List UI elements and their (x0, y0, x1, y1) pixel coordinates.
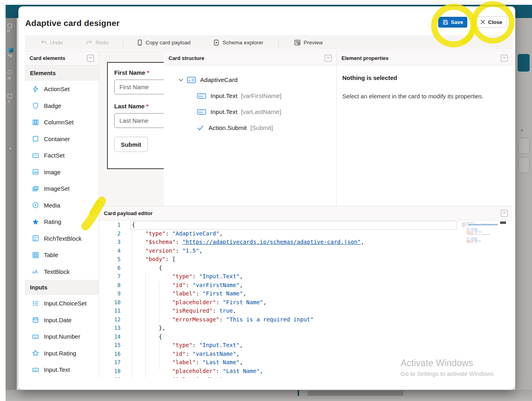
tree-node-label: AdaptiveCard (200, 76, 238, 84)
submit-preview-button[interactable]: Submit (114, 137, 148, 152)
collapse-card-elements-icon[interactable]: − (87, 55, 94, 62)
code-line-15[interactable]: 15 "type": "Input.Text", (99, 341, 512, 350)
code-line-10[interactable]: 10 "placeholder": "First Name", (99, 298, 512, 307)
code-line-13[interactable]: 13 }, (99, 324, 512, 333)
indent-guide (145, 273, 146, 378)
card-preview-canvas: First Name * First Name Last Name * Last… (99, 51, 164, 206)
preview-icon (294, 39, 301, 46)
palette-item-imageset[interactable]: ImageSet (25, 180, 99, 197)
card-structure-header: Card structure − (164, 51, 336, 66)
editor-minimap[interactable]: { "type": "AdaptiveCard", "$schema": "ht… (459, 221, 498, 243)
dialog-title: Adaptive card designer (25, 18, 120, 28)
code-line-6[interactable]: 6 { (99, 264, 512, 273)
code-line-7[interactable]: 7 "type": "Input.Text", (99, 272, 512, 281)
card-structure-panel: Card structure − AAdaptiveCardAbcInput.T… (164, 51, 337, 206)
tree-node-action.submit[interactable]: Action.Submit[Submit] (164, 120, 336, 136)
actionset-icon (32, 86, 39, 93)
palette-item-label: Input.Date (44, 317, 71, 323)
line-content: { (121, 333, 162, 341)
code-line-2[interactable]: 2 "type": "AdaptiveCard", (99, 229, 512, 238)
code-line-17[interactable]: 17 "label": "Last Name", (99, 358, 512, 367)
tree-node-input.text[interactable]: AbcInput.Text[varFirstName] (164, 88, 336, 104)
topics-icon (8, 94, 12, 98)
code-line-8[interactable]: 8 "id": "varFirstName", (99, 281, 512, 290)
code-line-5[interactable]: 5 "body": [ (99, 255, 512, 264)
palette-item-badge[interactable]: Badge (25, 98, 99, 114)
line-number: 18 (99, 367, 121, 376)
collapse-payload-editor-icon[interactable]: − (501, 210, 508, 217)
palette-item-label: ImageSet (44, 185, 69, 192)
schema-explorer-button[interactable]: Schema explorer (207, 35, 269, 50)
code-line-18[interactable]: 18 "placeholder": "Last Name", (99, 367, 512, 376)
save-button-label: Save (451, 19, 463, 25)
line-content: "$schema": "https://adaptivecards.io/sch… (121, 238, 364, 247)
svg-text:Abc: Abc (199, 111, 204, 114)
palette-item-label: Table (44, 251, 58, 258)
last-name-input[interactable]: Last Name (114, 113, 164, 128)
palette-item-image[interactable]: Image (25, 164, 99, 181)
line-number: 8 (99, 281, 121, 290)
preview-label: Preview (304, 40, 323, 46)
editor-scrollbar-thumb[interactable] (500, 221, 506, 224)
code-line-3[interactable]: 3 "$schema": "https://adaptivecards.io/s… (99, 238, 512, 247)
toolbar-divider (123, 39, 123, 47)
palette-item-columnset[interactable]: ColumnSet (25, 114, 99, 131)
chevron-down-icon[interactable] (175, 78, 187, 82)
agent-icon (9, 48, 13, 52)
redo-button[interactable]: Redo (80, 35, 114, 50)
adaptive-card-preview[interactable]: First Name * First Name Last Name * Last… (107, 62, 164, 169)
sidebar-fragment: H (7, 29, 10, 33)
save-button[interactable]: Save (438, 17, 467, 28)
palette-item-rating[interactable]: Rating (25, 213, 99, 230)
preview-button[interactable]: Preview (288, 35, 328, 50)
required-asterisk: * (147, 69, 149, 76)
date-icon (32, 316, 39, 323)
code-line-12[interactable]: 12 "errorMessage": "This is a required i… (99, 315, 512, 324)
palette-item-container[interactable]: Container (25, 131, 99, 148)
line-number: 1 (99, 221, 121, 229)
undo-button[interactable]: Undo (35, 35, 68, 50)
line-content: "body": [ (121, 255, 176, 264)
flows-icon (8, 70, 12, 74)
collapse-card-structure-icon[interactable]: − (325, 55, 332, 62)
palette-item-input.choiceset[interactable]: Input.ChoiceSet (25, 295, 99, 312)
background-primary-button (518, 54, 530, 72)
code-line-14[interactable]: 14 { (99, 333, 512, 341)
background-text-fragment: e (521, 128, 523, 132)
required-asterisk: * (146, 103, 149, 110)
palette-item-table[interactable]: Table (25, 247, 99, 263)
json-code-editor[interactable]: 1{2 "type": "AdaptiveCard",3 "$schema": … (99, 221, 512, 378)
palette-item-input.rating[interactable]: Input.Rating (25, 345, 99, 362)
background-outline-box (518, 157, 530, 173)
code-line-4[interactable]: 4 "version": "1.5", (99, 247, 512, 255)
palette-item-richtextblock[interactable]: AbcdefRichTextBlock (25, 230, 99, 247)
palette-item-media[interactable]: Media (25, 197, 99, 214)
palette-item-input.date[interactable]: Input.Date (25, 312, 99, 329)
code-line-16[interactable]: 16 "id": "varLastName", (99, 350, 512, 359)
image-icon (32, 168, 39, 176)
palette-item-actionset[interactable]: ActionSet (25, 81, 99, 98)
palette-item-input.number[interactable]: 123Input.Number (25, 328, 99, 345)
palette-item-textblock[interactable]: aATextBlock (25, 263, 99, 280)
collapse-element-properties-icon[interactable]: − (501, 55, 508, 62)
code-line-11[interactable]: 11 "isRequired": true, (99, 307, 512, 315)
code-line-9[interactable]: 9 "label": "First Name", (99, 289, 512, 298)
copy-card-payload-button[interactable]: Copy card payload (131, 35, 197, 50)
imageset-icon (32, 185, 39, 192)
svg-text:Abc: Abc (34, 369, 38, 371)
first-name-input[interactable]: First Name (114, 80, 164, 94)
sidebar-dot: • (10, 146, 11, 152)
code-line-19[interactable]: 19 "isRequired": true, (99, 375, 512, 378)
line-content: "type": "Input.Text", (121, 272, 243, 281)
palette-item-label: ColumnSet (44, 119, 73, 126)
palette-item-input.text[interactable]: AbcInput.Text (25, 361, 99, 378)
redo-label: Redo (95, 40, 108, 46)
close-button[interactable]: Close (475, 16, 507, 28)
textblock-icon: aA (32, 268, 39, 275)
tree-node-adaptivecard[interactable]: AAdaptiveCard (164, 72, 336, 88)
container-icon (32, 135, 39, 142)
card-elements-panel: Card elements − ElementsActionSetBadgeCo… (25, 51, 99, 378)
palette-item-factset[interactable]: FactSet (25, 147, 99, 164)
tree-node-input.text[interactable]: AbcInput.Text[varLastName] (164, 104, 336, 120)
element-properties-header: Element properties − (337, 51, 512, 66)
